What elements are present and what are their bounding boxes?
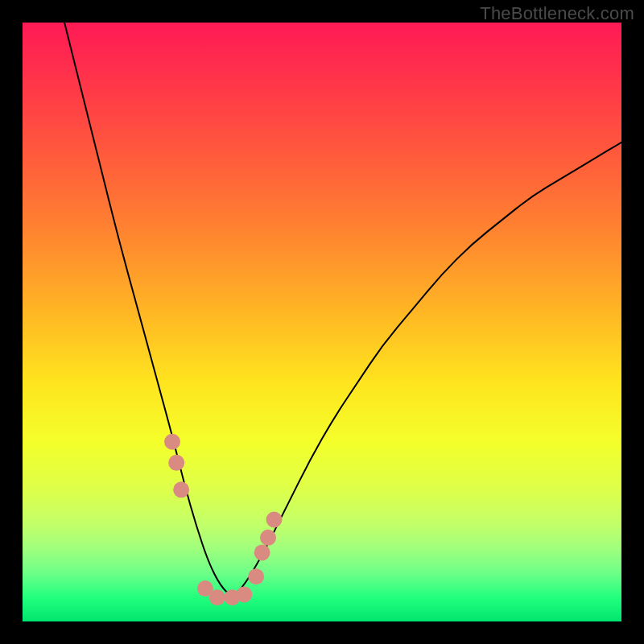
curve-marker (266, 512, 282, 528)
curve-marker (164, 434, 180, 450)
curve-marker (236, 587, 252, 603)
curve-marker (260, 530, 276, 546)
curve-marker (209, 589, 225, 605)
curve-marker (173, 481, 189, 497)
curve-marker (168, 455, 184, 471)
watermark-text: TheBottleneck.com (480, 3, 634, 24)
plot-area (23, 23, 621, 621)
chart-frame: TheBottleneck.com (0, 0, 644, 644)
chart-svg (23, 23, 621, 621)
curve-marker (254, 544, 270, 560)
gradient-background (23, 23, 621, 621)
curve-marker (248, 568, 264, 584)
